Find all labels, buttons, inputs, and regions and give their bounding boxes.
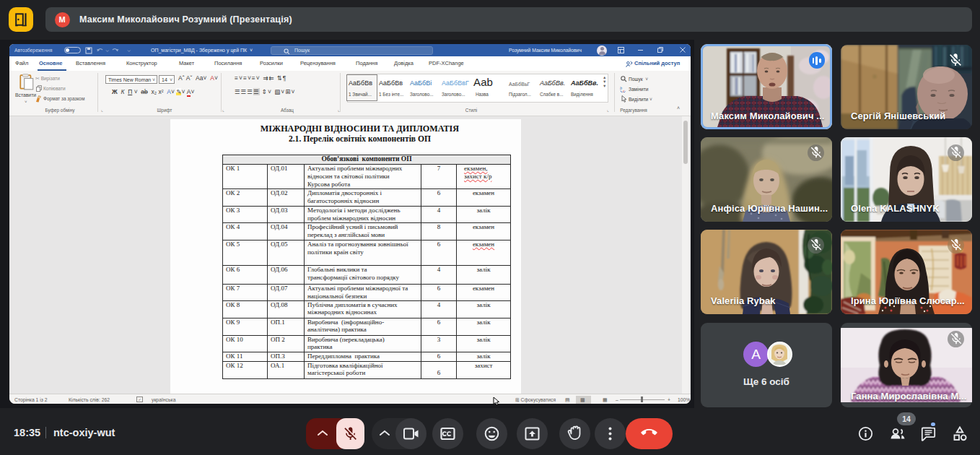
- svg-text:b: b: [620, 86, 622, 90]
